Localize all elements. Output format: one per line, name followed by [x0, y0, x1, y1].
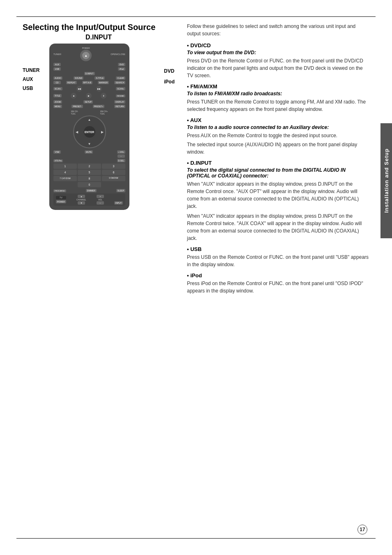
section-title: Selecting the Input/Output Source: [23, 23, 175, 32]
btn-2[interactable]: 2: [78, 164, 101, 169]
dinput-body: When "AUX" indicator appears in the disp…: [187, 180, 369, 242]
btn-scan-minus[interactable]: SCAN-: [53, 87, 62, 90]
aux-body: Press AUX on the Remote Control to toggl…: [187, 132, 369, 156]
sidebar-label: Installation and Setup: [383, 148, 390, 213]
usb-title: USB: [187, 246, 369, 252]
ipod-title: iPod: [187, 272, 369, 279]
tuner-label: TUNER: [23, 67, 39, 73]
btn-skip-fwd[interactable]: ▶▶: [96, 86, 102, 92]
nav-up[interactable]: ▲: [88, 118, 91, 122]
source-aux: AUX To listen to a audio source connecte…: [187, 117, 369, 156]
btn-sound[interactable]: SOUND: [74, 76, 83, 80]
dinput-title: D.INPUT: [187, 160, 369, 166]
btn-mute[interactable]: MUTE: [85, 150, 93, 154]
btn-cd[interactable]: CD: [53, 81, 61, 84]
btn-scan-plus[interactable]: SCAN+: [116, 87, 125, 90]
btn-1[interactable]: 1: [53, 164, 77, 169]
btn-dinput[interactable]: D.INPUT: [84, 72, 95, 75]
btn-tv-power[interactable]: POWER: [56, 200, 66, 203]
usb-body: Press USB on the Remote Control or FUNC.…: [187, 253, 369, 268]
page-border-bottom: [16, 538, 376, 539]
btn-return[interactable]: RETURN: [114, 105, 125, 108]
btn-vsm[interactable]: VSM: [53, 150, 61, 154]
btn-skip-back[interactable]: ◀◀: [76, 86, 82, 92]
nav-down[interactable]: ▼: [88, 142, 91, 146]
source-ipod: iPod Press iPod on the Remote Control or…: [187, 272, 369, 295]
btn-play[interactable]: ▶: [86, 93, 92, 99]
btn-repeat[interactable]: REPEAT: [66, 81, 77, 84]
btn-openclose[interactable]: OPEN/CLOSE: [111, 53, 125, 55]
power-btn[interactable]: ▲: [80, 50, 92, 61]
btn-preset-plus[interactable]: PRESET+: [93, 105, 105, 108]
ipod-label-text: iPod: [164, 79, 175, 85]
btn-zoom[interactable]: ZOOM: [53, 100, 62, 104]
btn-dsel[interactable]: D.SEL: [117, 159, 125, 162]
nav-right[interactable]: ▶: [101, 130, 104, 134]
btn-tuner[interactable]: TUNER: [53, 53, 61, 55]
btn-7[interactable]: 7 CAT/DSM: [53, 176, 77, 181]
btn-display[interactable]: DISPLAY: [114, 100, 125, 104]
btn-dvd[interactable]: DVD: [118, 63, 125, 66]
sidebar-tab: Installation and Setup: [380, 123, 392, 238]
nav-ring: ▲ ▼ ◀ ▶ ENTER: [73, 115, 106, 148]
btn-4[interactable]: 4: [53, 170, 77, 175]
btn-input[interactable]: INPUT: [114, 201, 123, 205]
nav-section: XM CH-TUN. XM CH+TUN. ▲ ▼ ◀ ▶ ENTER: [71, 110, 108, 148]
btn-9[interactable]: 9 OM/DSM: [102, 176, 125, 181]
aux-subtitle: To listen to a audio source connected to…: [187, 124, 369, 130]
btn-0[interactable]: 0: [78, 182, 101, 187]
btn-audio[interactable]: AUDIO: [53, 76, 62, 80]
usb-label: USB: [23, 85, 39, 91]
btn-setup[interactable]: SETUP: [83, 100, 93, 104]
btn-search[interactable]: SEARCH: [114, 81, 125, 84]
dinput-label: D.INPUT: [23, 34, 175, 41]
btn-aux[interactable]: AUX: [53, 63, 61, 66]
fm-am-xm-subtitle: To listen to FM/AM/XM radio broadcasts:: [187, 91, 369, 97]
page-border-top: [16, 16, 376, 17]
enter-btn[interactable]: ENTER: [84, 126, 95, 138]
btn-3[interactable]: 3: [102, 164, 125, 169]
btn-title[interactable]: TITLE: [53, 94, 62, 97]
btn-tv-vol-minus[interactable]: −: [97, 201, 104, 205]
btn-sleep[interactable]: SLEEP: [116, 189, 125, 192]
btn-ipod[interactable]: iPod: [118, 67, 125, 71]
btn-ch-down[interactable]: ▼: [78, 201, 85, 205]
btn-usb[interactable]: USB: [53, 67, 61, 71]
tv-section: TV POWER ▲ CHANNEL ▼ + VOL − INPUT: [53, 193, 125, 206]
btn-6[interactable]: 6: [102, 170, 125, 175]
dvd-label-text: DVD: [164, 68, 175, 74]
fm-am-xm-title: FM/AM/XM: [187, 83, 369, 90]
power-section: POWER ▲: [80, 47, 92, 61]
source-fm-am-xm: FM/AM/XM To listen to FM/AM/XM radio bro…: [187, 83, 369, 113]
left-column: Selecting the Input/Output Source D.INPU…: [23, 23, 183, 532]
btn-menu[interactable]: MENU: [53, 105, 62, 108]
btn-marker[interactable]: MARKER: [98, 81, 109, 84]
aux-label: AUX: [23, 76, 39, 82]
nav-left[interactable]: ◀: [76, 130, 78, 134]
remote-control: TUNER POWER ▲ OPEN/CLOSE AUX DVD: [49, 44, 129, 210]
btn-tv-vol-plus[interactable]: +: [97, 195, 104, 198]
btn-preset-minus[interactable]: PRESET-: [71, 105, 83, 108]
btn-ch-up[interactable]: ▲: [78, 195, 85, 198]
fm-am-xm-body: Press TUNER on the Remote Control to tog…: [187, 98, 369, 113]
left-labels: TUNER AUX USB: [23, 67, 39, 94]
right-labels: DVD iPod: [164, 68, 175, 87]
btn-8[interactable]: 8: [78, 176, 101, 181]
btn-vol-plus[interactable]: + VOL: [117, 150, 125, 154]
remote-area: TUNER AUX USB TUNER POWER ▲ OPEN/CLOSE: [23, 44, 175, 210]
btn-stop[interactable]: ■: [71, 93, 76, 99]
btn-pause[interactable]: ⏸: [101, 93, 106, 99]
btn-dimmer[interactable]: DIMMER: [86, 189, 97, 192]
source-usb: USB Press USB on the Remote Control or F…: [187, 246, 369, 268]
btn-resume[interactable]: RESUME: [116, 94, 125, 97]
btn-5[interactable]: 5: [78, 170, 101, 175]
btn-repeatab[interactable]: RPT A-B: [82, 81, 92, 84]
btn-stitle[interactable]: S-TITLE: [95, 76, 105, 80]
btn-xtspro[interactable]: XTS Pro: [53, 159, 63, 162]
numpad: 1 2 3 4 5 6 7 CAT/DSM 8 9 OM/DSM 0: [53, 164, 125, 187]
btn-prog-menu[interactable]: PROG.MENU: [53, 189, 66, 192]
btn-vol-minus[interactable]: −: [118, 154, 125, 158]
btn-clear[interactable]: CLEAR: [116, 76, 125, 80]
source-dinput: D.INPUT To select the digital signal con…: [187, 160, 369, 242]
dvd-cd-subtitle: To view output from the DVD:: [187, 50, 369, 55]
